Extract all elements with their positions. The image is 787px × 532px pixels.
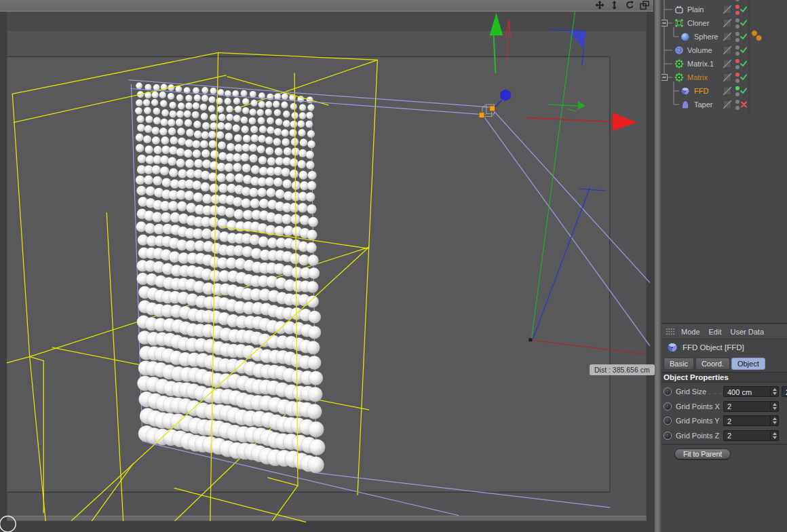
attribute-manager: ModeEditUser Data FFD Object [FFD] Basic… — [661, 323, 787, 532]
value-field[interactable]: 2 — [723, 401, 779, 412]
axis-origin-dot — [529, 338, 532, 341]
object-row[interactable]: Taper — [661, 98, 787, 111]
render-visibility-dot[interactable] — [735, 52, 740, 56]
right-panel: PlainClonerSphereVolumeMatrix.1MatrixFFD… — [661, 0, 787, 532]
row-controls — [661, 57, 787, 71]
enabled-check[interactable] — [741, 62, 746, 66]
object-row[interactable]: FFD — [661, 84, 787, 98]
enabled-check[interactable] — [741, 48, 746, 53]
editor-visibility-dot[interactable] — [735, 100, 740, 104]
keyframe-radio[interactable] — [664, 387, 672, 396]
value-field[interactable]: 2 — [723, 430, 779, 441]
pan-icon[interactable] — [595, 1, 604, 10]
viewport-canvas[interactable] — [0, 12, 653, 532]
enabled-check[interactable] — [741, 21, 746, 26]
grip-icon[interactable] — [666, 328, 676, 336]
object-row[interactable]: Sphere — [661, 30, 787, 43]
panel-splitter[interactable] — [653, 0, 661, 532]
render-visibility-dot[interactable] — [735, 106, 740, 110]
property-label: Grid Points X — [676, 402, 720, 411]
distance-readout: Dist : 385.656 cm — [590, 364, 655, 375]
row-controls — [661, 98, 787, 111]
property-row: Grid Points Z 2 — [661, 430, 787, 442]
viewport-panel: Dist : 385.656 cm — [0, 0, 653, 532]
tag-dot[interactable] — [756, 35, 761, 41]
object-row[interactable]: Matrix.1 — [661, 57, 787, 71]
row-controls — [661, 16, 787, 30]
enabled-check[interactable] — [741, 35, 746, 39]
zoom-icon[interactable] — [610, 1, 619, 10]
cinema4d-window: Dist : 385.656 cm PlainClonerSphereVolum… — [0, 0, 787, 532]
row-controls — [661, 3, 787, 16]
value-field-2[interactable]: 2 — [782, 386, 787, 397]
keyframe-radio[interactable] — [664, 417, 672, 425]
row-controls — [661, 30, 787, 43]
object-row[interactable]: Matrix — [661, 71, 787, 84]
tag-dot[interactable] — [752, 31, 757, 36]
object-title: FFD Object [FFD] — [683, 343, 744, 352]
tab-coord[interactable]: Coord. — [695, 358, 730, 370]
property-row: Grid Points Y 2 — [661, 415, 787, 427]
render-visibility-dot[interactable] — [735, 79, 740, 83]
menu-edit[interactable]: Edit — [709, 328, 722, 336]
value-field[interactable]: 2 — [723, 415, 779, 426]
value-field[interactable]: 400 cm — [723, 386, 779, 397]
row-controls — [661, 43, 787, 57]
enabled-check[interactable] — [741, 7, 746, 12]
enabled-check[interactable] — [741, 89, 746, 94]
render-visibility-dot[interactable] — [735, 24, 740, 28]
row-controls — [661, 84, 787, 98]
stepper[interactable] — [770, 402, 778, 411]
property-row: Grid Points X 2 — [661, 401, 787, 413]
object-row[interactable]: Cloner — [661, 16, 787, 30]
render-visibility-dot[interactable] — [735, 92, 740, 96]
editor-visibility-dot[interactable] — [735, 18, 740, 22]
stepper[interactable] — [770, 387, 778, 396]
menu-user-data[interactable]: User Data — [731, 328, 765, 336]
section-header: Object Properties — [661, 372, 787, 383]
keyframe-radio[interactable] — [664, 432, 672, 440]
divider — [661, 444, 787, 444]
row-controls — [661, 71, 787, 84]
property-label: Grid Points Z — [676, 432, 719, 440]
ffd-point-handle[interactable] — [479, 113, 484, 118]
property-label: Grid Points Y — [676, 417, 720, 425]
object-row[interactable]: Plain — [661, 3, 787, 16]
stepper[interactable] — [770, 431, 778, 440]
editor-visibility-dot[interactable] — [735, 59, 740, 63]
object-row[interactable]: Volume — [661, 43, 787, 57]
disabled-x[interactable] — [742, 102, 746, 107]
object-manager: PlainClonerSphereVolumeMatrix.1MatrixFFD… — [661, 0, 787, 323]
object-title-row: FFD Object [FFD] — [666, 341, 744, 354]
ffd-object-icon — [666, 341, 678, 354]
attribute-menu-bar: ModeEditUser Data — [661, 324, 787, 339]
editor-visibility-dot[interactable] — [735, 45, 740, 50]
stepper[interactable] — [770, 416, 778, 425]
menu-mode[interactable]: Mode — [681, 328, 700, 336]
viewport-toolbar — [0, 0, 653, 12]
editor-visibility-dot[interactable] — [735, 5, 740, 9]
maximize-icon[interactable] — [640, 1, 649, 10]
tab-object[interactable]: Object — [731, 358, 765, 370]
render-visibility-dot[interactable] — [735, 65, 740, 69]
ffd-point-handle[interactable] — [490, 106, 495, 111]
render-visibility-dot[interactable] — [735, 11, 740, 15]
fit-to-parent-button[interactable]: Fit to Parent — [674, 449, 731, 459]
property-label: Grid Size . . . — [676, 387, 723, 396]
editor-visibility-dot[interactable] — [735, 32, 740, 36]
enabled-check[interactable] — [741, 75, 746, 80]
property-row: Grid Size . . .400 cm2 — [661, 386, 787, 398]
render-visibility-dot[interactable] — [735, 38, 740, 42]
rotate-icon[interactable] — [625, 1, 634, 10]
keyframe-radio[interactable] — [664, 402, 672, 411]
viewport-top-strip — [7, 12, 646, 31]
tab-basic[interactable]: Basic — [664, 358, 694, 370]
attribute-tabs: BasicCoord.Object — [664, 358, 765, 370]
viewport-bottom-strip — [7, 516, 646, 521]
editor-visibility-dot[interactable] — [735, 86, 740, 90]
editor-visibility-dot[interactable] — [735, 73, 740, 77]
